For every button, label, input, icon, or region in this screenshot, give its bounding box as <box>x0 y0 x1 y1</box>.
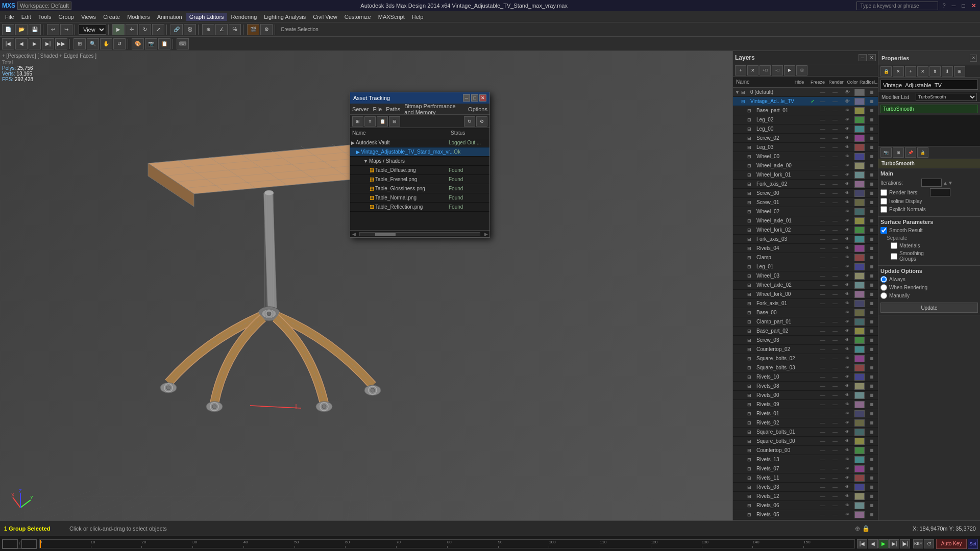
layers-add-btn[interactable]: + <box>735 65 746 76</box>
render-frame-btn[interactable]: 📷 <box>145 38 157 49</box>
layer-row[interactable]: ⊟ Screw_01 — — 👁 ▦ <box>733 198 878 207</box>
layers-panel-close[interactable]: ✕ <box>868 54 876 61</box>
asset-menu-bitmap[interactable]: Bitmap Performance and Memory <box>404 103 464 115</box>
layer-color-cell[interactable] <box>854 236 865 243</box>
layer-color-cell[interactable] <box>854 465 865 472</box>
layer-color-cell[interactable] <box>854 447 865 454</box>
link-btn[interactable]: 🔗 <box>170 24 183 35</box>
maximize-button[interactable]: □ <box>960 2 967 10</box>
menu-tools[interactable]: Tools <box>35 13 55 21</box>
scrollbar-track[interactable] <box>359 232 480 236</box>
workspace-dropdown[interactable]: Workspace: Default <box>17 2 71 10</box>
viewport-select[interactable]: View <box>79 24 106 35</box>
menu-customize[interactable]: Customize <box>341 13 374 21</box>
menu-modifiers[interactable]: Modifiers <box>124 13 153 21</box>
layer-row[interactable]: ⊟ Wheel_axle_01 — — 👁 ▦ <box>733 216 878 226</box>
mod-btn2[interactable]: ✕ <box>893 66 904 77</box>
mod-btn7[interactable]: ⊞ <box>954 66 965 77</box>
timeline-playhead[interactable] <box>40 540 41 548</box>
layer-row[interactable]: ⊟ Base_part_01 — — 👁 ▦ <box>733 106 878 115</box>
when-rendering-radio[interactable] <box>880 284 887 291</box>
mod-lock-btn[interactable]: 🔒 <box>917 147 928 158</box>
mod-btn5[interactable]: ⬆ <box>929 66 941 77</box>
play-btn[interactable]: ▶ <box>29 38 41 49</box>
layer-color-cell[interactable] <box>854 291 865 298</box>
layer-row[interactable]: ⊟ Rivets_13 — — 👁 ▦ <box>733 455 878 464</box>
layer-color-cell[interactable] <box>854 162 865 169</box>
time-config-btn[interactable]: ⏱ <box>924 539 934 548</box>
layer-row[interactable]: ⊟ Screw_00 — — 👁 ▦ <box>733 189 878 198</box>
update-button[interactable]: Update <box>880 303 978 313</box>
layer-row[interactable]: ⊟ Clamp_part_01 — — 👁 ▦ <box>733 317 878 327</box>
layer-color-cell[interactable] <box>854 300 865 307</box>
material-editor-btn[interactable]: 🎨 <box>132 38 144 49</box>
asset-row[interactable]: 🖼 Table_Diffuse.png Found <box>350 166 489 175</box>
unlink-btn[interactable]: ⛓ <box>184 24 196 35</box>
manually-radio[interactable] <box>880 292 887 299</box>
asset-tb-btn3[interactable]: 📋 <box>377 116 388 127</box>
mod-render-btn[interactable]: 📷 <box>880 147 892 158</box>
layer-color-cell[interactable] <box>854 282 865 289</box>
layer-color-cell[interactable] <box>854 227 865 234</box>
layer-row[interactable]: ⊟ Rivets_08 — — 👁 ▦ <box>733 382 878 391</box>
layers-list[interactable]: ▼ ⊟ 0 (default) — — 👁 ▦ ⊟ Vintage_Ad...l… <box>733 88 878 520</box>
layer-row[interactable]: ⊟ Rivets_00 — — 👁 ▦ <box>733 391 878 400</box>
modifier-panel-close[interactable]: ✕ <box>970 55 977 62</box>
layer-color-cell[interactable] <box>854 263 865 270</box>
layers-select-btn[interactable]: ▶ <box>784 65 795 76</box>
current-frame-input[interactable]: 0 <box>3 539 18 548</box>
layer-row[interactable]: ⊟ Wheel_03 — — 👁 ▦ <box>733 271 878 281</box>
layer-color-cell[interactable] <box>854 245 865 252</box>
keyboard-shortcut-btn[interactable]: ⌨ <box>177 38 189 49</box>
zoom-extents-btn[interactable]: ⊞ <box>74 38 86 49</box>
isoline-checkbox[interactable] <box>880 198 887 205</box>
layer-color-cell[interactable] <box>854 392 865 399</box>
materials-checkbox[interactable] <box>891 242 897 249</box>
layer-row[interactable]: ⊟ Leg_03 — — 👁 ▦ <box>733 143 878 152</box>
asset-tree[interactable]: ▶ Autodesk Vault Logged Out ... ▶ Vintag… <box>350 138 489 230</box>
viewport[interactable]: + [Perspective] [ Shaded + Edged Faces ]… <box>0 51 732 520</box>
explicit-normals-checkbox[interactable] <box>880 206 887 213</box>
layers-find-btn[interactable]: ⊞ <box>796 65 807 76</box>
mod-world-btn[interactable]: ⊞ <box>893 147 904 158</box>
total-frame-input[interactable]: 225 <box>21 539 37 548</box>
smooth-result-checkbox[interactable] <box>880 227 887 234</box>
open-file-btn[interactable]: 📂 <box>15 24 28 35</box>
prev-key-btn[interactable]: ◀ <box>15 38 28 49</box>
turbosm-section-header[interactable]: TurboSmooth <box>878 159 980 168</box>
next-key-btn[interactable]: ▶| <box>42 38 54 49</box>
lock-icon[interactable]: 🔒 <box>862 525 870 532</box>
key-mode-btn[interactable]: KEY <box>913 539 923 548</box>
layer-row[interactable]: ⊟ Leg_02 — — 👁 ▦ <box>733 115 878 124</box>
select-btn[interactable]: ▶ <box>112 24 125 35</box>
layer-row[interactable]: ⊟ Wheel_00 — — 👁 ▦ <box>733 152 878 161</box>
layer-color-cell[interactable] <box>854 190 865 197</box>
layer-color-cell[interactable] <box>854 126 865 133</box>
menu-animation[interactable]: Animation <box>154 13 185 21</box>
layer-row[interactable]: ⊟ Rivets_05 — — 👁 ▦ <box>733 510 878 519</box>
search-input[interactable]: Type a keyword or phrase <box>856 2 938 10</box>
asset-row[interactable]: 🖼 Table_Fresnel.png Found <box>350 175 489 184</box>
iterations-input[interactable]: 0 <box>921 179 942 187</box>
layer-row[interactable]: ⊟ Wheel_fork_01 — — 👁 ▦ <box>733 170 878 180</box>
asset-row[interactable]: 🖼 Table_Glossiness.png Found <box>350 184 489 193</box>
asset-row[interactable]: 🖼 Table_Reflection.png Found <box>350 203 489 212</box>
help-icon[interactable]: ? <box>940 2 947 10</box>
menu-civil-view[interactable]: Civil View <box>310 13 340 21</box>
layer-color-cell[interactable] <box>854 309 865 316</box>
minimize-button[interactable]: ─ <box>950 2 958 10</box>
mod-btn4[interactable]: ✕ <box>917 66 928 77</box>
rotate-btn[interactable]: ↻ <box>139 24 151 35</box>
layers-delete-btn[interactable]: ✕ <box>747 65 758 76</box>
iterations-spinner[interactable]: ▲▼ <box>943 180 953 186</box>
asset-row[interactable]: 🖼 Table_Normal.png Found <box>350 193 489 203</box>
layer-row[interactable]: ⊟ Rivets_04 — — 👁 ▦ <box>733 244 878 253</box>
layer-row[interactable]: ⊟ Wheel_02 — — 👁 ▦ <box>733 207 878 216</box>
layer-color-cell[interactable] <box>854 502 865 509</box>
smoothing-checkbox[interactable] <box>891 253 897 260</box>
layer-color-cell[interactable] <box>854 429 865 436</box>
layer-row[interactable]: ⊟ Fork_axis_02 — — 👁 ▦ <box>733 180 878 189</box>
layer-color-cell[interactable] <box>854 89 865 96</box>
layers-remove-object-btn[interactable]: -□ <box>772 65 783 76</box>
asset-row[interactable]: ▶ Vintage_Adjustable_TV_Stand_max_vr... … <box>350 147 489 157</box>
